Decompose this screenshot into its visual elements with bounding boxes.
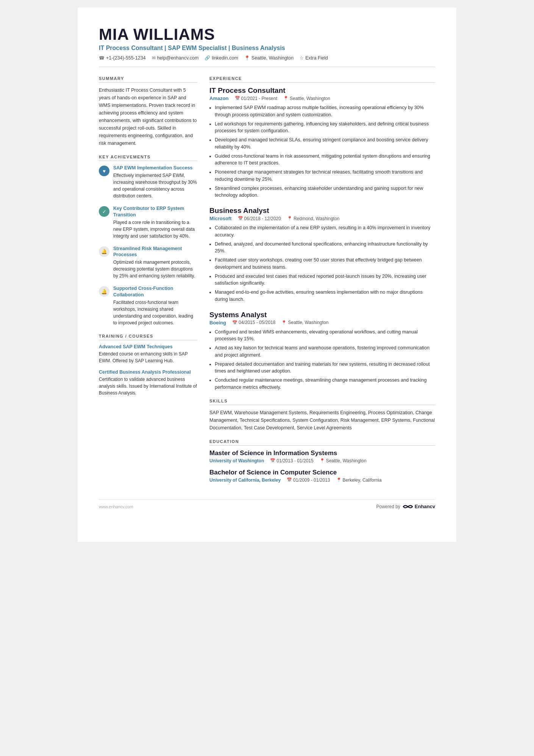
contact-linkedin: 🔗 linkedin.com [205, 55, 238, 61]
course-item-2: Certified Business Analysis Professional… [99, 369, 197, 396]
header: MIA WILLIAMS IT Process Consultant | SAP… [99, 26, 435, 67]
achievement-item-4: 🔔 Supported Cross-Function Collaboration… [99, 285, 197, 326]
company-1: Amazon [209, 95, 229, 101]
edu-degree-1: Master of Science in Information Systems [209, 449, 435, 457]
job-1: IT Process Consultant Amazon 📅 01/2021 -… [209, 86, 435, 199]
training-section: TRAINING / COURSES Advanced SAP EWM Tech… [99, 334, 197, 396]
course-title-2: Certified Business Analysis Professional [99, 369, 197, 375]
linkedin-text: linkedin.com [212, 55, 238, 61]
course-title-1: Advanced SAP EWM Techniques [99, 344, 197, 349]
candidate-title: IT Process Consultant | SAP EWM Speciali… [99, 45, 435, 52]
job-title-2: Business Analyst [209, 207, 435, 215]
achievements-title: KEY ACHIEVEMENTS [99, 155, 197, 161]
enhancv-icon [403, 504, 413, 510]
achievement-desc-4: Facilitated cross-functional team worksh… [113, 299, 197, 326]
candidate-name: MIA WILLIAMS [99, 26, 435, 43]
edu-dates-2: 📅 01/2009 - 01/2013 [287, 477, 330, 483]
experience-title: EXPERIENCE [209, 76, 435, 83]
bullet: Implemented SAP EWM roadmap across multi… [215, 104, 435, 119]
edu-school-2: University of California, Berkeley [209, 477, 281, 483]
achievement-title-2: Key Contributor to ERP System Transition [113, 205, 197, 218]
job-bullets-1: Implemented SAP EWM roadmap across multi… [209, 104, 435, 199]
job-location-3: 📍 Seattle, Washington [281, 320, 328, 325]
location-icon: 📍 [244, 55, 250, 61]
bullet: Streamlined complex processes, enhancing… [215, 185, 435, 199]
location-text: Seattle, Washington [251, 55, 294, 61]
summary-text: Enthusiastic IT Process Consultant with … [99, 86, 197, 147]
education-title: EDUCATION [209, 439, 435, 446]
achievement-item-2: ✓ Key Contributor to ERP System Transiti… [99, 205, 197, 239]
company-3: Boeing [209, 320, 226, 326]
resume-page: MIA WILLIAMS IT Process Consultant | SAP… [78, 8, 456, 542]
edu-meta-2: University of California, Berkeley 📅 01/… [209, 477, 435, 483]
page-footer: www.enhancv.com Powered by Enhancv [99, 499, 435, 510]
star-icon: ☆ [300, 55, 304, 61]
contact-extra: ☆ Extra Field [300, 55, 328, 61]
extra-text: Extra Field [305, 55, 328, 61]
contact-email: ✉ help@enhancv.com [152, 55, 199, 61]
bullet: Prepared detailed documentation and trai… [215, 361, 435, 375]
brand-name: Enhancv [415, 504, 435, 509]
achievement-title-4: Supported Cross-Function Collaboration [113, 285, 197, 298]
bullet: Defined, analyzed, and documented functi… [215, 241, 435, 255]
achievements-section: KEY ACHIEVEMENTS ♥ SAP EWM Implementatio… [99, 155, 197, 326]
achievement-desc-2: Played a core role in transitioning to a… [113, 219, 197, 239]
edu-dates-1: 📅 01/2013 - 01/2015 [270, 458, 313, 463]
education-section: EDUCATION Master of Science in Informati… [209, 439, 435, 483]
bullet: Developed and managed technical SLAs, en… [215, 136, 435, 151]
achievement-icon-2: ✓ [99, 206, 109, 217]
phone-text: +1-(234)-555-1234 [106, 55, 146, 61]
bullet: Led workshops for requirements gathering… [215, 121, 435, 135]
achievement-desc-3: Optimized risk management protocols, dec… [113, 259, 197, 279]
summary-title: SUMMARY [99, 76, 197, 83]
left-column: SUMMARY Enthusiastic IT Process Consulta… [99, 76, 197, 488]
job-dates-1: 📅 01/2021 - Present [235, 96, 277, 101]
edu-degree-2: Bachelor of Science in Computer Science [209, 469, 435, 476]
summary-section: SUMMARY Enthusiastic IT Process Consulta… [99, 76, 197, 147]
bullet: Managed end-to-end go-live activities, e… [215, 289, 435, 303]
linkedin-icon: 🔗 [205, 55, 210, 61]
skills-section: SKILLS SAP EWM, Warehouse Management Sys… [209, 399, 435, 432]
job-meta-3: Boeing 📅 04/2015 - 05/2018 📍 Seattle, Wa… [209, 320, 435, 326]
job-3: Systems Analyst Boeing 📅 04/2015 - 05/20… [209, 311, 435, 391]
contact-location: 📍 Seattle, Washington [244, 55, 294, 61]
job-meta-1: Amazon 📅 01/2021 - Present 📍 Seattle, Wa… [209, 95, 435, 101]
footer-website: www.enhancv.com [99, 504, 133, 509]
achievement-icon-4: 🔔 [99, 286, 109, 297]
bullet: Configured and tested WMS enhancements, … [215, 329, 435, 343]
enhancv-logo: Enhancv [403, 504, 435, 510]
contact-bar: ☎ +1-(234)-555-1234 ✉ help@enhancv.com 🔗… [99, 55, 435, 67]
job-dates-2: 📅 06/2018 - 12/2020 [238, 216, 281, 221]
phone-icon: ☎ [99, 55, 105, 61]
edu-location-1: 📍 Seattle, Washington [320, 458, 367, 463]
powered-by: Powered by Enhancv [376, 504, 435, 510]
right-column: EXPERIENCE IT Process Consultant Amazon … [209, 76, 435, 488]
course-desc-1: Extended course on enhancing skills in S… [99, 351, 197, 364]
bullet: Collaborated on the implementation of a … [215, 224, 435, 239]
bullet: Acted as key liaison for technical teams… [215, 344, 435, 359]
job-bullets-3: Configured and tested WMS enhancements, … [209, 329, 435, 391]
email-icon: ✉ [152, 55, 156, 61]
job-location-1: 📍 Seattle, Washington [283, 96, 330, 101]
job-location-2: 📍 Redmond, Washington [287, 216, 340, 221]
job-2: Business Analyst Microsoft 📅 06/2018 - 1… [209, 207, 435, 303]
email-text: help@enhancv.com [157, 55, 199, 61]
achievement-desc-1: Effectively implemented SAP EWM, increas… [113, 172, 197, 199]
achievement-icon-3: 🔔 [99, 246, 109, 257]
bullet: Conducted regular maintenance meetings, … [215, 377, 435, 391]
contact-phone: ☎ +1-(234)-555-1234 [99, 55, 146, 61]
skills-title: SKILLS [209, 399, 435, 405]
course-item-1: Advanced SAP EWM Techniques Extended cou… [99, 344, 197, 364]
edu-item-2: Bachelor of Science in Computer Science … [209, 469, 435, 483]
skills-text: SAP EWM, Warehouse Management Systems, R… [209, 409, 435, 432]
bullet: Produced and executed test cases that re… [215, 273, 435, 287]
bullet: Pioneered change management strategies f… [215, 169, 435, 183]
achievement-title-1: SAP EWM Implementation Success [113, 165, 197, 171]
job-dates-3: 📅 04/2015 - 05/2018 [232, 320, 275, 325]
training-title: TRAINING / COURSES [99, 334, 197, 340]
job-bullets-2: Collaborated on the implementation of a … [209, 224, 435, 303]
achievement-title-3: Streamlined Risk Management Processes [113, 246, 197, 258]
bullet: Guided cross-functional teams in risk as… [215, 153, 435, 167]
achievement-icon-1: ♥ [99, 166, 109, 176]
achievement-item-1: ♥ SAP EWM Implementation Success Effecti… [99, 165, 197, 199]
